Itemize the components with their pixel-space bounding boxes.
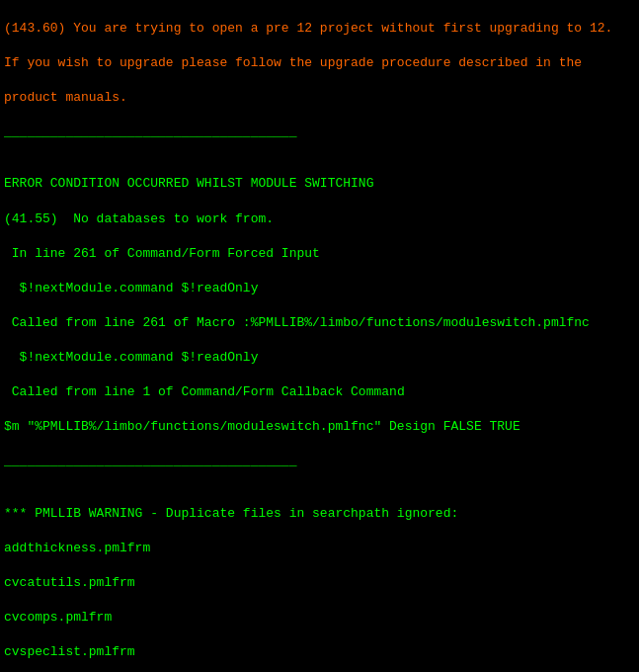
- terminal-line: ERROR CONDITION OCCURRED WHILST MODULE S…: [4, 175, 635, 193]
- terminal-line: $!nextModule.command $!readOnly: [4, 280, 635, 297]
- terminal-line: $m "%PMLLIB%/limbo/functions/moduleswitc…: [4, 418, 635, 436]
- terminal-line: addthickness.pmlfrm: [4, 540, 635, 557]
- terminal-line: If you wish to upgrade please follow the…: [4, 54, 635, 72]
- terminal-line: Called from line 1 of Command/Form Callb…: [4, 383, 635, 401]
- terminal-line: (143.60) You are trying to open a pre 12…: [4, 20, 635, 38]
- terminal-line: In line 261 of Command/Form Forced Input: [4, 245, 635, 263]
- terminal-output: (143.60) You are trying to open a pre 12…: [0, 0, 639, 672]
- terminal-line: cvcatutils.pmlfrm: [4, 574, 635, 592]
- terminal-line: product manuals.: [4, 89, 635, 107]
- terminal-line: cvspeclist.pmlfrm: [4, 643, 635, 661]
- terminal-line: $!nextModule.command $!readOnly: [4, 349, 635, 367]
- terminal-line: cvcomps.pmlfrm: [4, 609, 635, 627]
- terminal-line: ______________________________________: [4, 453, 635, 470]
- terminal-line: Called from line 261 of Macro :%PMLLIB%/…: [4, 314, 635, 332]
- terminal-line: ______________________________________: [4, 124, 635, 141]
- terminal-line: *** PMLLIB WARNING - Duplicate files in …: [4, 505, 635, 523]
- terminal-line: (41.55) No databases to work from.: [4, 210, 635, 228]
